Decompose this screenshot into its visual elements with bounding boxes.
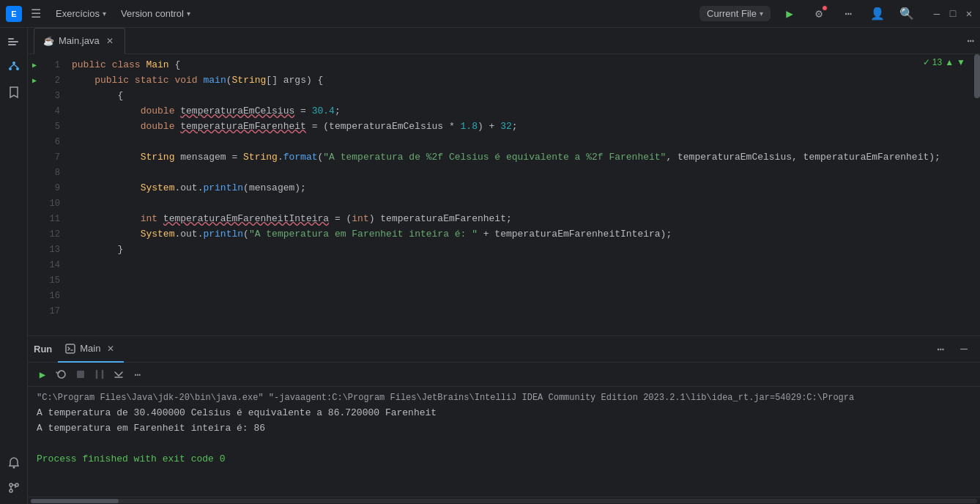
minimize-button[interactable]: — xyxy=(932,9,942,19)
pause-button[interactable] xyxy=(91,366,108,383)
code-line-8 xyxy=(66,165,958,180)
run-label: Run xyxy=(34,344,52,355)
run-panel-right: ⋯ — xyxy=(930,339,974,360)
line-5: 5 xyxy=(42,119,60,134)
settings-badge xyxy=(822,5,828,11)
chevron-down-icon[interactable]: ▼ xyxy=(957,57,965,67)
line-12: 12 xyxy=(42,226,60,242)
console-icon xyxy=(65,344,75,354)
svg-line-6 xyxy=(10,64,14,67)
chevron-down-icon: ▾ xyxy=(187,10,190,18)
line-numbers: ▶ 1 ▶ 2 3 4 5 6 7 8 9 10 11 12 13 14 15 xyxy=(28,54,66,336)
run-toolbar: ▶ xyxy=(28,363,980,387)
run-panel-header: Run Main ✕ ⋯ — xyxy=(28,336,980,363)
svg-point-8 xyxy=(12,467,15,469)
code-editor: ▶ 1 ▶ 2 3 4 5 6 7 8 9 10 11 12 13 14 15 xyxy=(28,54,980,336)
add-user-button[interactable]: 👤 xyxy=(867,4,888,24)
run-panel-more-button[interactable]: ⋯ xyxy=(930,339,951,360)
close-button[interactable]: ✕ xyxy=(964,9,974,19)
chevron-down-icon: ▾ xyxy=(103,10,106,18)
scrollbar-thumb[interactable] xyxy=(974,54,980,98)
svg-rect-1 xyxy=(8,41,18,42)
line-13: 13 xyxy=(42,242,60,257)
run-config-selector[interactable]: Current File ▾ xyxy=(699,6,771,21)
line-3: 3 xyxy=(42,88,60,103)
svg-point-11 xyxy=(10,489,12,492)
line-14: 14 xyxy=(42,257,60,273)
line-15: 15 xyxy=(42,273,60,288)
code-line-14 xyxy=(66,257,958,273)
code-line-16 xyxy=(66,288,958,303)
line-1: ▶ 1 xyxy=(42,57,60,73)
tab-bar: ☕ Main.java ✕ ⋯ xyxy=(28,28,980,54)
svg-rect-0 xyxy=(8,38,14,40)
rerun-button[interactable]: ▶ xyxy=(34,366,51,383)
scroll-to-end-button[interactable] xyxy=(110,366,127,383)
menu-item-exercicios[interactable]: Exercícios ▾ xyxy=(50,5,112,22)
scroll-end-icon xyxy=(114,369,124,379)
svg-point-5 xyxy=(16,67,19,70)
title-bar-left: E ☰ Exercícios ▾ Version control ▾ xyxy=(6,4,699,24)
line-11: 11 xyxy=(42,211,60,226)
sidebar-icon-structure[interactable] xyxy=(2,56,26,79)
stop-icon xyxy=(75,369,86,379)
code-line-13: } xyxy=(66,242,958,257)
run-output-scrollbar[interactable] xyxy=(28,497,980,504)
menu-item-version-control[interactable]: Version control ▾ xyxy=(115,5,196,22)
line-6: 6 xyxy=(42,134,60,149)
svg-rect-2 xyxy=(8,44,16,45)
code-line-7: String mensagem = String.format("A tempe… xyxy=(66,149,958,165)
code-line-4: double temperaturaEmCelsius = 30.4; xyxy=(66,103,958,119)
title-bar-right: Current File ▾ ▶ ⚙ ⋯ 👤 🔍 — □ ✕ xyxy=(699,4,974,24)
code-line-9: System.out.println(mensagem); xyxy=(66,180,958,196)
line-17: 17 xyxy=(42,303,60,319)
editor-area: ☕ Main.java ✕ ⋯ ▶ 1 ▶ 2 3 4 5 6 xyxy=(28,28,980,504)
run-tab-close-button[interactable]: ✕ xyxy=(105,343,116,355)
run-output: "C:\Program Files\Java\jdk-20\bin\java.e… xyxy=(28,387,980,497)
tab-close-button[interactable]: ✕ xyxy=(104,35,116,47)
code-line-15 xyxy=(66,273,958,288)
tab-bar-more[interactable]: ⋯ xyxy=(967,34,980,48)
line-8: 8 xyxy=(42,165,60,180)
line-16: 16 xyxy=(42,288,60,303)
stop-button[interactable] xyxy=(72,366,89,383)
search-button[interactable]: 🔍 xyxy=(897,4,917,24)
tab-main-java[interactable]: ☕ Main.java ✕ xyxy=(34,28,125,54)
sidebar-icon-project[interactable] xyxy=(2,31,26,54)
sidebar-icon-notifications[interactable] xyxy=(2,451,26,475)
code-content[interactable]: public class Main { public static void m… xyxy=(66,54,980,336)
scrollbar-thumb-horizontal[interactable] xyxy=(31,499,119,503)
hamburger-icon[interactable]: ☰ xyxy=(25,4,47,24)
app-icon: E xyxy=(6,6,22,22)
line-count-indicator: ✓ 13 ▲ ▼ xyxy=(923,57,965,67)
run-more-button[interactable]: ⋯ xyxy=(129,366,146,383)
chevron-down-icon: ▾ xyxy=(760,10,763,18)
maximize-button[interactable]: □ xyxy=(948,9,958,19)
sidebar-icon-git[interactable] xyxy=(2,476,26,500)
code-line-17 xyxy=(66,303,958,319)
run-tab-main[interactable]: Main ✕ xyxy=(58,336,124,363)
output-line-3 xyxy=(37,436,971,451)
window-controls: — □ ✕ xyxy=(932,9,974,19)
editor-scrollbar[interactable] xyxy=(974,54,980,336)
rerun-icon xyxy=(56,368,67,380)
code-line-12: System.out.println("A temperatura em Far… xyxy=(66,226,958,242)
run-button[interactable]: ▶ xyxy=(779,4,800,24)
svg-rect-13 xyxy=(77,371,84,378)
svg-point-4 xyxy=(9,67,12,70)
rerun-failed-button[interactable] xyxy=(53,366,70,383)
code-line-2: public static void main(String[] args) { xyxy=(66,73,958,88)
more-options-button[interactable]: ⋯ xyxy=(838,4,858,24)
run-panel-collapse-button[interactable]: — xyxy=(954,339,974,360)
title-bar: E ☰ Exercícios ▾ Version control ▾ Curre… xyxy=(0,0,980,28)
code-line-10 xyxy=(66,196,958,211)
line-2: ▶ 2 xyxy=(42,73,60,88)
sidebar-icon-bookmarks[interactable] xyxy=(2,81,26,104)
code-line-6 xyxy=(66,134,958,149)
chevron-up-icon[interactable]: ▲ xyxy=(945,57,954,67)
svg-point-3 xyxy=(12,62,15,64)
left-sidebar xyxy=(0,28,28,504)
code-line-1: public class Main { xyxy=(66,57,958,73)
scrollbar-track xyxy=(31,499,977,503)
settings-button[interactable]: ⚙ xyxy=(809,4,829,24)
